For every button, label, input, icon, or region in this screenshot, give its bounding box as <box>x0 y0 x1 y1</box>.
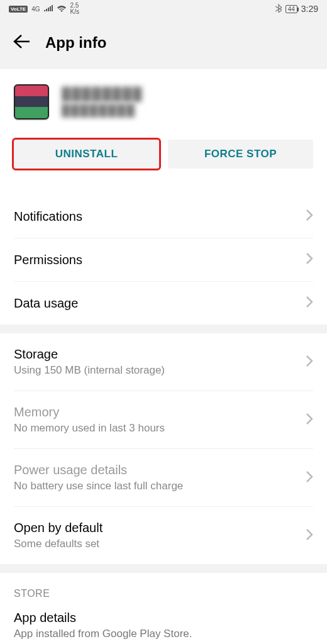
chevron-right-icon <box>306 528 313 543</box>
chevron-right-icon <box>306 296 313 311</box>
row-sublabel: Some defaults set <box>14 538 103 550</box>
clock: 3:29 <box>301 4 318 14</box>
status-bar: VoLTE 4G 2.5 K/s 44 3:29 <box>0 0 327 18</box>
chevron-right-icon <box>306 470 313 486</box>
row-sublabel: Using 150 MB (internal storage) <box>14 364 165 377</box>
divider <box>0 564 327 573</box>
uninstall-button[interactable]: UNINSTALL <box>14 140 159 169</box>
row-label: Open by default <box>14 521 103 535</box>
row-permissions[interactable]: Permissions <box>14 238 313 282</box>
volte-badge: VoLTE <box>9 6 28 13</box>
app-name: ████████ <box>62 87 143 101</box>
network-gen: 4G <box>31 6 40 13</box>
wifi-icon <box>57 4 67 14</box>
force-stop-button[interactable]: FORCE STOP <box>168 140 313 169</box>
row-label: Memory <box>14 405 165 419</box>
row-storage[interactable]: Storage Using 150 MB (internal storage) <box>14 333 313 391</box>
signal-icon <box>44 4 53 13</box>
action-buttons: UNINSTALL FORCE STOP <box>0 132 327 174</box>
back-icon[interactable] <box>13 34 30 52</box>
row-data-usage[interactable]: Data usage <box>14 282 313 325</box>
row-label: Notifications <box>14 209 82 224</box>
bluetooth-icon <box>275 4 282 14</box>
row-power[interactable]: Power usage details No battery use since… <box>14 449 313 507</box>
divider <box>0 325 327 333</box>
battery-indicator: 44 <box>285 5 297 13</box>
row-label: Power usage details <box>14 463 183 477</box>
row-notifications[interactable]: Notifications <box>14 195 313 238</box>
row-label: Data usage <box>14 296 78 311</box>
row-app-details[interactable]: App details App installed from Google Pl… <box>0 607 327 644</box>
app-identity: ████████ ████████ <box>0 69 327 132</box>
chevron-right-icon <box>306 413 313 428</box>
row-memory[interactable]: Memory No memory used in last 3 hours <box>14 391 313 449</box>
row-sublabel: No memory used in last 3 hours <box>14 422 165 435</box>
row-label: Permissions <box>14 253 82 267</box>
row-sublabel: App installed from Google Play Store. <box>14 628 313 640</box>
chevron-right-icon <box>306 209 313 224</box>
app-icon <box>14 84 49 119</box>
chevron-right-icon <box>306 252 313 267</box>
chevron-right-icon <box>306 355 313 370</box>
row-open-default[interactable]: Open by default Some defaults set <box>14 507 313 564</box>
app-header: App info <box>0 18 327 69</box>
row-label: Storage <box>14 347 165 362</box>
page-title: App info <box>45 34 106 52</box>
store-section-label: STORE <box>0 573 327 607</box>
row-sublabel: No battery use since last full charge <box>14 480 183 492</box>
row-label: App details <box>14 611 313 625</box>
app-version: ████████ <box>62 104 143 117</box>
net-speed: 2.5 K/s <box>70 3 79 15</box>
